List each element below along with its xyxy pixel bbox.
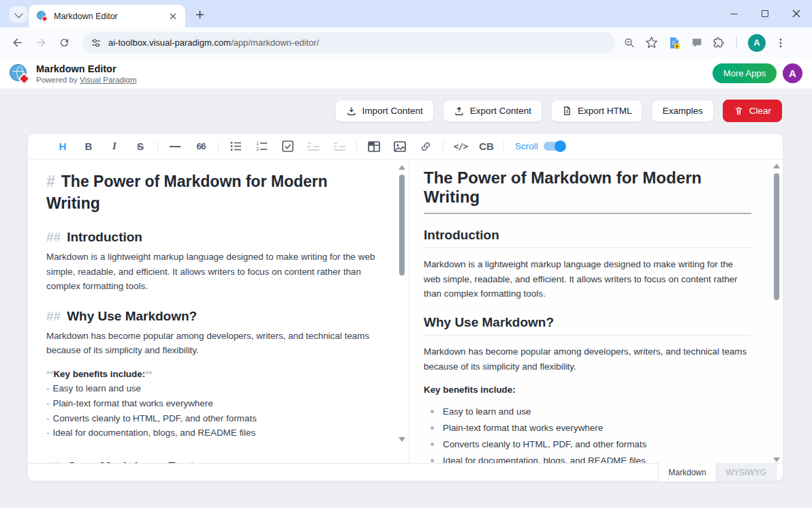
- bold-tool-button[interactable]: B: [76, 138, 102, 155]
- powered-by: Powered by Visual Paradigm: [36, 76, 136, 84]
- source-h2-line: ##Introduction: [46, 230, 379, 245]
- source-list-item: -Easy to learn and use: [46, 381, 379, 396]
- source-scrollbar[interactable]: [398, 165, 406, 442]
- trash-icon: [734, 106, 744, 116]
- task-list-tool-button[interactable]: [275, 138, 300, 155]
- source-list-item: -Ideal for documentation, blogs, and REA…: [46, 425, 379, 440]
- browser-menu-kebab-icon[interactable]: [775, 38, 786, 48]
- numbered-list-icon: 12: [256, 141, 268, 151]
- actions-row: Import Content Export Content Export HTM…: [0, 100, 782, 122]
- tab-title: Markdown Editor: [54, 12, 168, 21]
- visual-paradigm-link[interactable]: Visual Paradigm: [80, 76, 137, 84]
- tab-search-button[interactable]: [10, 6, 27, 23]
- editor-panes: #The Power of Markdown for Modern Writin…: [28, 160, 783, 463]
- link-icon: [420, 140, 432, 153]
- scroll-sync-toggle[interactable]: [544, 142, 565, 151]
- ordered-list-tool-button[interactable]: 12: [249, 138, 275, 155]
- preview-heading: Introduction: [424, 228, 751, 248]
- preview-title: The Power of Markdown for Modern Writing: [424, 168, 751, 214]
- preview-scrollbar[interactable]: [772, 164, 781, 462]
- tab-close-icon[interactable]: [168, 11, 178, 22]
- source-bold-line: **Key benefits include:**: [46, 369, 379, 379]
- indent-icon: [308, 142, 319, 151]
- user-avatar[interactable]: A: [783, 63, 802, 83]
- window-controls: [718, 0, 812, 27]
- markdown-preview-pane[interactable]: The Power of Markdown for Modern Writing…: [410, 160, 783, 463]
- browser-profile-avatar[interactable]: A: [748, 34, 766, 52]
- source-list-item: -Converts cleanly to HTML, PDF, and othe…: [46, 411, 379, 426]
- heading-tool-button[interactable]: H: [50, 138, 76, 155]
- extension-doc-download-icon[interactable]: [668, 36, 681, 50]
- new-tab-button[interactable]: [193, 8, 206, 20]
- scrollbar-thumb[interactable]: [774, 173, 779, 300]
- image-icon: [394, 141, 406, 152]
- source-paragraph: Markdown is a lightweight markup languag…: [46, 250, 379, 293]
- editor-card: H B I S 66 12 </>: [27, 133, 783, 481]
- list-item: Converts cleanly to HTML, PDF, and other…: [428, 439, 751, 449]
- outdent-icon: [334, 142, 345, 151]
- scroll-down-arrow[interactable]: [399, 437, 405, 442]
- outdent-tool-button: [326, 138, 352, 155]
- import-icon: [346, 106, 357, 117]
- svg-text:2: 2: [256, 147, 259, 151]
- code-block-tool-button[interactable]: CB: [473, 138, 499, 155]
- maximize-icon: [762, 10, 768, 17]
- forward-icon[interactable]: [35, 36, 48, 49]
- export-html-button[interactable]: Export HTML: [551, 100, 643, 122]
- link-tool-button[interactable]: [413, 138, 439, 155]
- blockquote-tool-button[interactable]: 66: [188, 138, 214, 155]
- list-item: Ideal for documentation, blogs, and READ…: [428, 455, 751, 463]
- import-content-button[interactable]: Import Content: [335, 100, 434, 122]
- toolbar-divider: [443, 140, 443, 152]
- window-minimize-button[interactable]: [718, 0, 749, 27]
- more-apps-button[interactable]: More Apps: [713, 63, 777, 83]
- examples-button[interactable]: Examples: [651, 100, 713, 122]
- toolbar-divider: [218, 140, 219, 152]
- toggle-knob: [555, 140, 566, 152]
- url-text: ai-toolbox.visual-paradigm.com/app/markd…: [108, 38, 319, 48]
- clear-button[interactable]: Clear: [723, 100, 782, 122]
- url-bar[interactable]: ai-toolbox.visual-paradigm.com/app/markd…: [82, 32, 615, 53]
- preview-bold-paragraph: Key benefits include:: [424, 383, 751, 398]
- svg-text:1: 1: [256, 141, 259, 147]
- export-icon: [454, 106, 465, 117]
- source-list-item: -Plain-text format that works everywhere: [46, 396, 379, 411]
- bookmark-star-icon[interactable]: [645, 36, 658, 49]
- table-tool-button[interactable]: [361, 138, 387, 155]
- tab-markdown[interactable]: Markdown: [658, 463, 716, 481]
- italic-tool-button[interactable]: I: [102, 138, 127, 155]
- extensions-puzzle-icon[interactable]: [713, 36, 725, 49]
- preview-paragraph: Markdown has become popular among develo…: [424, 344, 751, 374]
- browser-tab-markdown-editor[interactable]: Markdown Editor: [29, 5, 185, 27]
- strikethrough-tool-button[interactable]: S: [127, 138, 153, 155]
- markdown-toolbar: H B I S 66 12 </>: [28, 134, 783, 160]
- chevron-down-icon: [14, 9, 23, 18]
- markdown-source-editor[interactable]: #The Power of Markdown for Modern Writin…: [28, 160, 409, 463]
- window-close-button[interactable]: [781, 0, 812, 27]
- scroll-up-arrow[interactable]: [399, 165, 405, 170]
- window-maximize-button[interactable]: [749, 0, 781, 27]
- preview-benefits-list: Easy to learn and use Plain-text format …: [428, 406, 751, 463]
- export-content-button[interactable]: Export Content: [443, 100, 542, 122]
- tune-icon[interactable]: [91, 38, 102, 48]
- back-icon[interactable]: [11, 36, 24, 49]
- list-item: Plain-text format that works everywhere: [428, 423, 751, 433]
- scrollbar-thumb[interactable]: [399, 175, 405, 275]
- toolbar-divider: [503, 140, 504, 152]
- comment-bubble-icon[interactable]: [691, 37, 703, 49]
- browser-addressbar: ai-toolbox.visual-paradigm.com/app/markd…: [0, 27, 812, 58]
- inline-code-tool-button[interactable]: </>: [448, 138, 473, 155]
- horizontal-rule-tool-button[interactable]: [162, 138, 188, 155]
- zoom-out-icon[interactable]: [623, 37, 636, 49]
- source-paragraph: Markdown has become popular among develo…: [46, 329, 379, 357]
- image-tool-button[interactable]: [387, 138, 413, 155]
- toolbar-divider: [157, 140, 158, 152]
- scroll-up-arrow[interactable]: [773, 164, 780, 168]
- table-icon: [368, 141, 380, 152]
- tab-wysiwyg[interactable]: WYSIWYG: [717, 463, 777, 481]
- preview-paragraph: Markdown is a lightweight markup languag…: [424, 257, 751, 301]
- scroll-down-arrow[interactable]: [773, 458, 780, 462]
- unordered-list-tool-button[interactable]: [223, 138, 249, 155]
- reload-icon[interactable]: [59, 37, 70, 48]
- editor-bottom-bar: Markdown WYSIWYG: [28, 463, 783, 481]
